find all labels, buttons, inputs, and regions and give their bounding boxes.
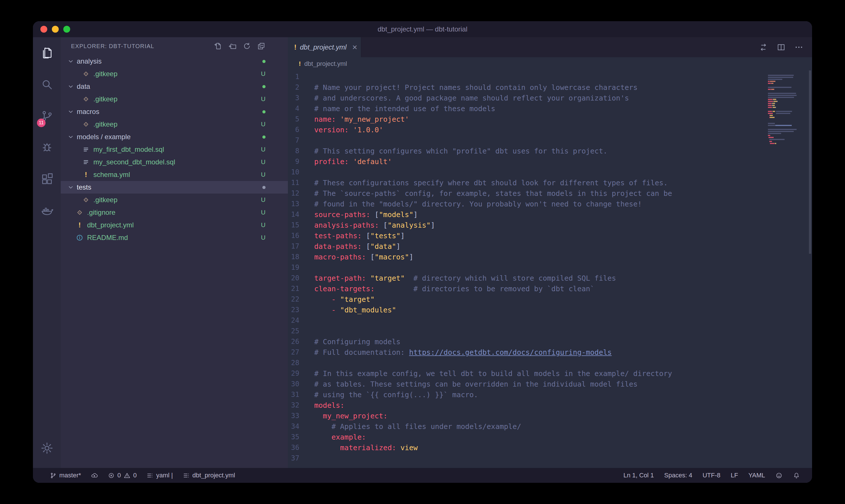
code-line-4[interactable]: 4# name or the intended use of these mod… (288, 103, 812, 114)
git-icon (82, 196, 90, 203)
git-status-untracked: U (261, 171, 266, 178)
tree-decoration: U (261, 221, 266, 229)
close-tab-icon[interactable]: × (352, 43, 358, 52)
code-line-30[interactable]: 30# as tables. These settings can be ove… (288, 379, 812, 390)
open-changes-button[interactable] (759, 43, 768, 52)
editor-scrollbar[interactable] (808, 70, 812, 468)
folder-data[interactable]: data (61, 80, 288, 93)
activity-search[interactable] (33, 69, 61, 100)
code-line-16[interactable]: 16test-paths: ["tests"] (288, 231, 812, 241)
line-number: 15 (288, 220, 299, 231)
status-encoding[interactable]: UTF-8 (703, 472, 720, 479)
tab-dbt-project-yml[interactable]: ! dbt_project.yml × (288, 37, 361, 57)
code-line-26[interactable]: 26# Configuring models (288, 337, 812, 347)
code-line-17[interactable]: 17data-paths: ["data"] (288, 241, 812, 252)
code-line-7[interactable]: 7 (288, 135, 812, 146)
line-number: 26 (288, 337, 299, 347)
code-line-11[interactable]: 11# These configurations specify where d… (288, 178, 812, 188)
folder-analysis[interactable]: analysis (61, 55, 288, 68)
folder-tests[interactable]: tests (61, 181, 288, 194)
status-sync-status[interactable] (91, 472, 98, 479)
status-eol[interactable]: LF (731, 472, 738, 479)
code-line-37[interactable]: 37 (288, 453, 812, 464)
scrollbar-thumb[interactable] (809, 70, 811, 254)
breadcrumb-item-file[interactable]: dbt_project.yml (304, 60, 347, 68)
code-text: # Name your project! Project names shoul… (299, 82, 637, 93)
minimize-window-button[interactable] (52, 26, 59, 33)
more-actions-button[interactable] (794, 43, 804, 52)
code-line-32[interactable]: 32models: (288, 400, 812, 411)
code-line-24[interactable]: 24 (288, 315, 812, 326)
collapse-all-button[interactable] (257, 42, 266, 50)
activity-docker[interactable] (33, 195, 61, 226)
code-line-14[interactable]: 14source-paths: ["models"] (288, 209, 812, 220)
code-line-12[interactable]: 12# The `source-paths` config, for examp… (288, 188, 812, 199)
code-line-18[interactable]: 18macro-paths: ["macros"] (288, 252, 812, 262)
zoom-window-button[interactable] (63, 26, 70, 33)
code-line-5[interactable]: 5name: 'my_new_project' (288, 114, 812, 125)
code-line-34[interactable]: 34 # Applies to all files under models/e… (288, 421, 812, 432)
code-line-33[interactable]: 33 my_new_project: (288, 411, 812, 421)
code-line-36[interactable]: 36 materialized: view (288, 443, 812, 453)
status-problems[interactable]: 00 (108, 472, 137, 479)
tab-label: dbt_project.yml (300, 43, 347, 51)
file-my-second-dbt-model-sql[interactable]: my_second_dbt_model.sqlU (61, 156, 288, 168)
code-text: # Full documentation: https://docs.getdb… (299, 347, 612, 358)
status-cursor-position[interactable]: Ln 1, Col 1 (623, 472, 654, 479)
code-line-15[interactable]: 15analysis-paths: ["analysis"] (288, 220, 812, 231)
file-my-first-dbt-model-sql[interactable]: my_first_dbt_model.sqlU (61, 143, 288, 156)
activity-explorer[interactable] (33, 37, 61, 69)
file-gitkeep[interactable]: .gitkeepU (61, 118, 288, 130)
code-line-25[interactable]: 25 (288, 326, 812, 337)
file-tree: analysis.gitkeepUdata.gitkeepUmacros.git… (61, 55, 288, 468)
activity-source-control[interactable]: 11 (33, 100, 61, 132)
close-window-button[interactable] (40, 26, 47, 33)
code-line-6[interactable]: 6version: '1.0.0' (288, 125, 812, 135)
refresh-button[interactable] (242, 42, 251, 50)
activity-extensions[interactable] (33, 163, 61, 195)
file-gitignore[interactable]: .gitignoreU (61, 206, 288, 219)
status-yaml-file[interactable]: dbt_project.yml (183, 472, 235, 479)
file-gitkeep[interactable]: .gitkeepU (61, 194, 288, 206)
code-line-20[interactable]: 20target-path: "target" # directory whic… (288, 273, 812, 284)
new-folder-button[interactable] (228, 42, 237, 50)
file-dbt-project-yml[interactable]: !dbt_project.ymlU (61, 219, 288, 231)
file-gitkeep[interactable]: .gitkeepU (61, 93, 288, 105)
docker-icon (40, 204, 54, 217)
file-gitkeep[interactable]: .gitkeepU (61, 68, 288, 80)
code-line-27[interactable]: 27# Full documentation: https://docs.get… (288, 347, 812, 358)
status-language-mode[interactable]: YAML (749, 472, 765, 479)
code-line-21[interactable]: 21clean-targets: # directories to be rem… (288, 284, 812, 294)
file-readme-md[interactable]: README.mdU (61, 231, 288, 244)
status-branch-status[interactable]: master* (50, 472, 81, 479)
code-editor[interactable]: 12# Name your project! Project names sho… (288, 70, 812, 468)
code-line-35[interactable]: 35 example: (288, 432, 812, 443)
split-editor-button[interactable] (776, 43, 786, 52)
activity-settings[interactable] (33, 432, 61, 464)
activity-debug[interactable] (33, 132, 61, 163)
minimap[interactable] (768, 73, 805, 147)
code-line-1[interactable]: 1 (288, 72, 812, 82)
code-line-22[interactable]: 22 - "target" (288, 294, 812, 305)
code-line-13[interactable]: 13# found in the "models/" directory. Yo… (288, 199, 812, 209)
folder-macros[interactable]: macros (61, 105, 288, 118)
code-line-9[interactable]: 9profile: 'default' (288, 156, 812, 167)
code-line-2[interactable]: 2# Name your project! Project names shou… (288, 82, 812, 93)
status-feedback[interactable] (775, 472, 783, 479)
file-schema-yml[interactable]: !schema.ymlU (61, 168, 288, 181)
code-line-29[interactable]: 29# In this example config, we tell dbt … (288, 368, 812, 379)
code-line-31[interactable]: 31# using the `{{ config(...) }}` macro. (288, 390, 812, 400)
code-line-10[interactable]: 10 (288, 167, 812, 178)
git-modified-dot-icon (263, 110, 266, 113)
code-line-3[interactable]: 3# and underscores. A good package name … (288, 93, 812, 103)
status-notifications[interactable] (793, 472, 800, 479)
status-indentation[interactable]: Spaces: 4 (664, 472, 692, 479)
new-file-button[interactable] (214, 42, 222, 50)
code-line-28[interactable]: 28 (288, 358, 812, 368)
breadcrumb[interactable]: ! dbt_project.yml (288, 57, 812, 70)
code-line-8[interactable]: 8# This setting configures which "profil… (288, 146, 812, 156)
code-line-19[interactable]: 19 (288, 262, 812, 273)
status-yaml-schema[interactable]: yaml | (146, 472, 173, 479)
folder-models-example[interactable]: models / example (61, 130, 288, 143)
code-line-23[interactable]: 23 - "dbt_modules" (288, 305, 812, 315)
